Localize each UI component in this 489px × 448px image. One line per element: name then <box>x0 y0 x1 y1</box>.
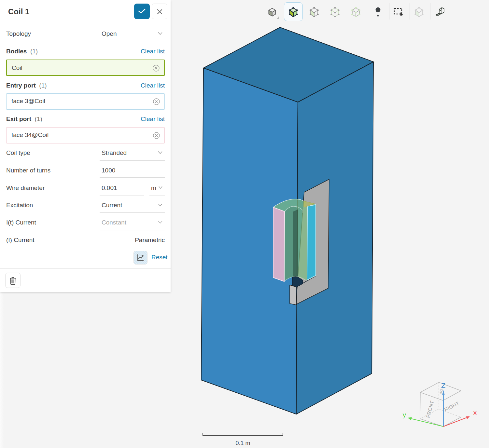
svg-text:x: x <box>473 409 477 416</box>
svg-text:Z: Z <box>441 382 446 389</box>
svg-text:RIGHT: RIGHT <box>443 400 460 413</box>
svg-text:y: y <box>403 411 406 418</box>
svg-text:FRONT: FRONT <box>425 400 435 418</box>
svg-text:0.1 m: 0.1 m <box>235 440 250 446</box>
